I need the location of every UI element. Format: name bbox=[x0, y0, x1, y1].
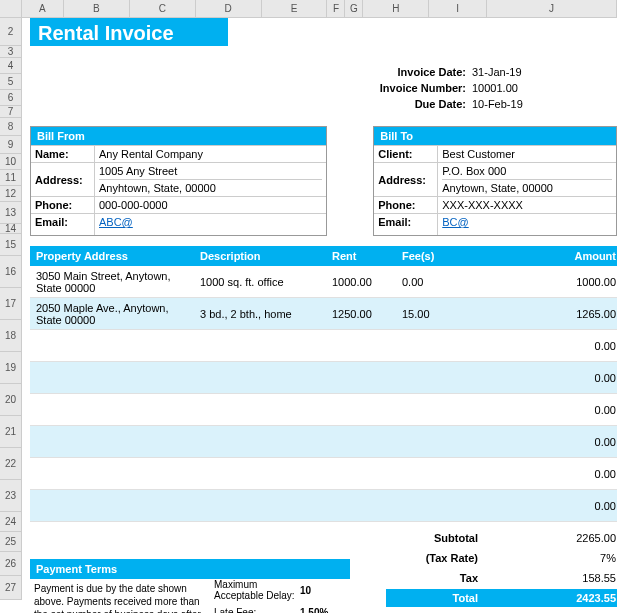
cell-property[interactable] bbox=[30, 330, 194, 362]
row-header[interactable]: 25 bbox=[0, 532, 22, 552]
table-row[interactable]: 0.00 bbox=[30, 394, 617, 426]
row-header[interactable]: 6 bbox=[0, 90, 22, 106]
table-row[interactable]: 0.00 bbox=[30, 490, 617, 522]
cell-rent[interactable]: 1250.00 bbox=[326, 298, 396, 330]
row-header[interactable]: 2 bbox=[0, 18, 22, 46]
cell-amount[interactable]: 0.00 bbox=[486, 426, 617, 458]
row-header[interactable]: 13 bbox=[0, 202, 22, 224]
cell-rent[interactable] bbox=[326, 426, 396, 458]
cell-amount[interactable]: 0.00 bbox=[486, 458, 617, 490]
cell-description[interactable] bbox=[194, 458, 326, 490]
row-header[interactable]: 16 bbox=[0, 256, 22, 288]
cell-description[interactable] bbox=[194, 426, 326, 458]
col-header[interactable]: I bbox=[429, 0, 487, 17]
col-header[interactable]: F bbox=[327, 0, 345, 17]
row-header[interactable]: 8 bbox=[0, 118, 22, 136]
bill-from-phone[interactable]: 000-000-0000 bbox=[95, 197, 326, 213]
bill-from-address[interactable]: 1005 Any StreetAnyhtown, State, 00000 bbox=[95, 163, 326, 196]
bill-from-email[interactable]: ABC@ bbox=[99, 216, 133, 228]
row-header[interactable]: 18 bbox=[0, 320, 22, 352]
bill-from-name[interactable]: Any Rental Company bbox=[95, 146, 326, 162]
cell-amount[interactable]: 1000.00 bbox=[486, 266, 617, 298]
row-header[interactable]: 10 bbox=[0, 154, 22, 170]
bill-to-email[interactable]: BC@ bbox=[442, 216, 468, 228]
row-header[interactable]: 26 bbox=[0, 552, 22, 576]
tax-rate-value[interactable]: 7% bbox=[486, 552, 617, 564]
cell-property[interactable] bbox=[30, 490, 194, 522]
col-header[interactable]: G bbox=[345, 0, 363, 17]
table-row[interactable]: 0.00 bbox=[30, 362, 617, 394]
row-header[interactable]: 9 bbox=[0, 136, 22, 154]
cell-rent[interactable] bbox=[326, 490, 396, 522]
row-header[interactable]: 19 bbox=[0, 352, 22, 384]
bill-to-client[interactable]: Best Customer bbox=[438, 146, 616, 162]
cell-amount[interactable]: 0.00 bbox=[486, 394, 617, 426]
cell-description[interactable] bbox=[194, 394, 326, 426]
row-header[interactable]: 24 bbox=[0, 512, 22, 532]
subtotal-value[interactable]: 2265.00 bbox=[486, 532, 617, 544]
col-header[interactable]: C bbox=[130, 0, 196, 17]
total-value[interactable]: 2423.55 bbox=[486, 589, 617, 607]
due-date[interactable]: 10-Feb-19 bbox=[472, 98, 552, 110]
cell-rent[interactable] bbox=[326, 362, 396, 394]
table-row[interactable]: 0.00 bbox=[30, 426, 617, 458]
table-row[interactable]: 3050 Main Street, Anytown, State 0000010… bbox=[30, 266, 617, 298]
row-header[interactable]: 12 bbox=[0, 186, 22, 202]
row-header[interactable]: 21 bbox=[0, 416, 22, 448]
cell-amount[interactable]: 0.00 bbox=[486, 490, 617, 522]
cell-rent[interactable] bbox=[326, 458, 396, 490]
row-header[interactable]: 11 bbox=[0, 170, 22, 186]
cell-amount[interactable]: 1265.00 bbox=[486, 298, 617, 330]
table-row[interactable]: 0.00 bbox=[30, 330, 617, 362]
row-header[interactable]: 15 bbox=[0, 234, 22, 256]
row-header[interactable]: 20 bbox=[0, 384, 22, 416]
invoice-date[interactable]: 31-Jan-19 bbox=[472, 66, 552, 78]
table-row[interactable]: 0.00 bbox=[30, 458, 617, 490]
cell-description[interactable] bbox=[194, 330, 326, 362]
table-row[interactable]: 2050 Maple Ave., Anytown, State 000003 b… bbox=[30, 298, 617, 330]
cell-fees[interactable] bbox=[396, 490, 486, 522]
tax-value[interactable]: 158.55 bbox=[486, 572, 617, 584]
row-header[interactable]: 3 bbox=[0, 46, 22, 58]
cell-fees[interactable] bbox=[396, 458, 486, 490]
bill-to-address[interactable]: P.O. Box 000Anytown, State, 00000 bbox=[438, 163, 616, 196]
cell-property[interactable] bbox=[30, 394, 194, 426]
cell-rent[interactable]: 1000.00 bbox=[326, 266, 396, 298]
cell-property[interactable] bbox=[30, 426, 194, 458]
row-header[interactable]: 4 bbox=[0, 58, 22, 74]
col-header[interactable]: B bbox=[64, 0, 130, 17]
delay-value[interactable]: 10 bbox=[300, 585, 340, 596]
row-header[interactable]: 27 bbox=[0, 576, 22, 600]
row-header[interactable]: 5 bbox=[0, 74, 22, 90]
row-header[interactable]: 22 bbox=[0, 448, 22, 480]
cell-rent[interactable] bbox=[326, 394, 396, 426]
cell-description[interactable] bbox=[194, 490, 326, 522]
cell-fees[interactable]: 15.00 bbox=[396, 298, 486, 330]
cell-fees[interactable] bbox=[396, 394, 486, 426]
cell-fees[interactable] bbox=[396, 426, 486, 458]
cell-property[interactable] bbox=[30, 362, 194, 394]
cell-description[interactable] bbox=[194, 362, 326, 394]
cell-description[interactable]: 3 bd., 2 bth., home bbox=[194, 298, 326, 330]
cell-amount[interactable]: 0.00 bbox=[486, 330, 617, 362]
cell-property[interactable] bbox=[30, 458, 194, 490]
spreadsheet-body[interactable]: Rental Invoice Invoice Date:31-Jan-19 In… bbox=[22, 18, 617, 613]
cell-property[interactable]: 2050 Maple Ave., Anytown, State 00000 bbox=[30, 298, 194, 330]
col-header[interactable]: A bbox=[22, 0, 64, 17]
row-header[interactable]: 14 bbox=[0, 224, 22, 234]
bill-to-phone[interactable]: XXX-XXX-XXXX bbox=[438, 197, 616, 213]
late-fee-value[interactable]: 1.50% bbox=[300, 607, 340, 614]
cell-description[interactable]: 1000 sq. ft. office bbox=[194, 266, 326, 298]
cell-property[interactable]: 3050 Main Street, Anytown, State 00000 bbox=[30, 266, 194, 298]
invoice-number[interactable]: 10001.00 bbox=[472, 82, 552, 94]
col-header[interactable]: J bbox=[487, 0, 617, 17]
cell-fees[interactable] bbox=[396, 330, 486, 362]
col-header[interactable]: E bbox=[262, 0, 328, 17]
cell-amount[interactable]: 0.00 bbox=[486, 362, 617, 394]
row-header[interactable]: 7 bbox=[0, 106, 22, 118]
cell-fees[interactable]: 0.00 bbox=[396, 266, 486, 298]
cell-rent[interactable] bbox=[326, 330, 396, 362]
col-header[interactable]: D bbox=[196, 0, 262, 17]
col-header[interactable]: H bbox=[363, 0, 429, 17]
row-header[interactable]: 23 bbox=[0, 480, 22, 512]
